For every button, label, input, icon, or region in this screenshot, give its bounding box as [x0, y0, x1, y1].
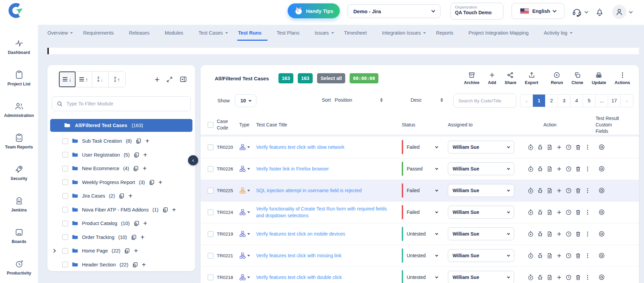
sort-position-desc-button[interactable]: ↓	[59, 72, 76, 87]
more-icon[interactable]	[584, 252, 591, 259]
nav-tab[interactable]: Releases	[129, 25, 154, 41]
update-action-button[interactable]: Update	[592, 72, 606, 85]
support-headset-button[interactable]	[572, 7, 582, 17]
page-button[interactable]: ...	[596, 95, 608, 107]
view-icon[interactable]	[598, 274, 639, 281]
row-checkbox[interactable]	[208, 144, 213, 150]
tree-item-all-filtered[interactable]: All/Filtered Test Cases (163)	[50, 119, 192, 132]
copy-module-icon[interactable]: 1	[149, 179, 155, 185]
view-icon[interactable]	[598, 252, 639, 259]
row-checkbox[interactable]	[208, 209, 213, 215]
copy-module-icon[interactable]: 1	[132, 262, 138, 268]
delete-icon[interactable]	[575, 187, 581, 194]
sidebar-item-administration[interactable]: Administration	[0, 94, 38, 125]
rerun-timer-icon[interactable]	[527, 209, 534, 216]
chevron-down-icon[interactable]	[629, 9, 632, 13]
more-icon[interactable]	[584, 187, 591, 194]
document-icon[interactable]	[546, 144, 553, 150]
rerun-action-button[interactable]: Rerun	[551, 72, 563, 85]
nav-tab[interactable]: Overview	[47, 25, 73, 41]
test-case-title-link[interactable]: Verify features text click with double c…	[256, 274, 351, 281]
add-case-icon[interactable]: +	[142, 261, 146, 268]
module-checkbox[interactable]	[62, 166, 68, 171]
status-cell[interactable]: Untested	[402, 267, 448, 283]
sort-direction-select[interactable]: Desc	[411, 97, 443, 103]
sidebar-item-jenkins[interactable]: Jenkins	[0, 188, 38, 220]
tree-item[interactable]: Weekly Progress Report (3) 1 +	[47, 176, 195, 189]
history-icon[interactable]	[565, 231, 572, 237]
type-caret-icon[interactable]	[247, 277, 250, 278]
delete-icon[interactable]	[575, 144, 581, 150]
add-case-icon[interactable]: +	[143, 220, 147, 227]
history-icon[interactable]	[565, 274, 572, 281]
view-icon[interactable]	[598, 209, 639, 216]
nav-tab[interactable]: Test Cases	[199, 25, 228, 41]
test-case-title-link[interactable]: Verify features text click with slow net…	[256, 144, 353, 150]
tree-item[interactable]: Nova Fiber ATP - FMS Addons (1) 1 +	[47, 203, 195, 217]
status-cell[interactable]: Failed	[402, 202, 448, 223]
filtered-count-badge[interactable]: 163	[298, 73, 313, 83]
status-cell[interactable]: Failed	[402, 180, 448, 201]
tree-item[interactable]: Order Tracking (10) 1 +	[47, 230, 195, 244]
more-actions-button[interactable]: Actions	[615, 72, 630, 85]
module-checkbox[interactable]	[62, 234, 68, 240]
add-icon[interactable]	[556, 231, 562, 237]
nav-tab[interactable]: Timesheet	[344, 25, 372, 41]
clone-action-button[interactable]: Clone	[572, 72, 583, 85]
view-icon[interactable]	[598, 230, 639, 237]
sort-position-asc-button[interactable]: ↑	[76, 72, 92, 87]
copy-module-icon[interactable]: 1	[162, 207, 168, 213]
sidebar-item-team-reports[interactable]: Team Reports	[0, 125, 38, 157]
page-button[interactable]: ›	[621, 95, 633, 107]
rerun-timer-icon[interactable]	[527, 166, 534, 172]
document-icon[interactable]	[546, 252, 553, 259]
expand-tree-button[interactable]	[166, 76, 173, 83]
delete-icon[interactable]	[575, 166, 581, 172]
document-icon[interactable]	[546, 187, 553, 194]
assignee-select[interactable]: William Sue	[448, 206, 514, 219]
module-checkbox[interactable]	[62, 193, 68, 199]
nav-tab[interactable]: Issues	[315, 25, 334, 41]
test-case-title-link[interactable]: Verify footer link in Firefox browser	[256, 165, 338, 172]
add-icon[interactable]	[556, 209, 562, 216]
page-button[interactable]: ‹	[520, 95, 533, 107]
test-case-title-link[interactable]: Verify features text click with missing …	[256, 252, 350, 259]
row-checkbox[interactable]	[208, 188, 213, 194]
qatouch-logo[interactable]	[8, 3, 24, 18]
toggle-panel-button[interactable]	[180, 76, 187, 83]
project-select[interactable]: Demo - Jira	[348, 4, 440, 18]
test-case-title-link[interactable]: Verify functionality of Create Test Run …	[256, 205, 402, 219]
document-icon[interactable]	[546, 274, 553, 281]
add-case-icon[interactable]: +	[143, 151, 147, 158]
delete-icon[interactable]	[575, 209, 581, 216]
copy-module-icon[interactable]: 1	[133, 220, 140, 226]
row-checkbox[interactable]	[208, 231, 213, 237]
history-icon[interactable]	[565, 144, 572, 150]
more-icon[interactable]	[584, 231, 591, 237]
rerun-timer-icon[interactable]	[527, 231, 534, 237]
case-search-input[interactable]	[458, 98, 511, 103]
notifications-button[interactable]	[595, 7, 604, 17]
sidebar-item-dashboard[interactable]: Dashboard	[0, 31, 38, 62]
history-icon[interactable]	[565, 209, 572, 216]
chevron-down-icon[interactable]	[584, 9, 588, 13]
nav-tab[interactable]: Modules	[165, 25, 188, 41]
add-case-icon[interactable]: +	[159, 179, 163, 186]
rerun-timer-icon[interactable]	[527, 274, 534, 281]
module-checkbox[interactable]	[62, 152, 68, 158]
add-icon[interactable]	[556, 274, 562, 281]
assignee-select[interactable]: William Sue	[448, 162, 514, 175]
sidebar-item-project-list[interactable]: Project List	[0, 62, 38, 94]
more-icon[interactable]	[584, 166, 591, 172]
add-icon[interactable]	[556, 252, 562, 259]
add-case-icon[interactable]: +	[172, 206, 176, 213]
select-all-button[interactable]: Select all	[317, 73, 345, 83]
assignee-select[interactable]: William Sue	[448, 184, 514, 197]
document-icon[interactable]	[546, 166, 553, 172]
organization-box[interactable]: Organization QA Touch Demo	[451, 3, 503, 20]
module-checkbox[interactable]	[62, 179, 68, 185]
add-action-button[interactable]: Add	[488, 72, 496, 85]
copy-module-icon[interactable]: 1	[124, 248, 130, 254]
add-icon[interactable]	[556, 166, 562, 172]
view-icon[interactable]	[598, 144, 639, 150]
